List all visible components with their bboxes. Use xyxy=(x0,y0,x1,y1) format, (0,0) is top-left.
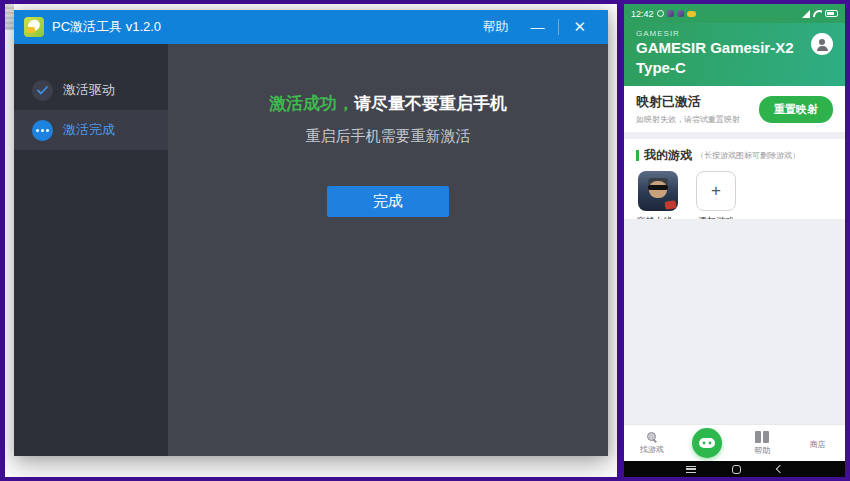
gamepad-status-icon xyxy=(687,11,696,17)
result-panel: 激活成功，请尽量不要重启手机 重启后手机需要重新激活 完成 xyxy=(168,44,608,456)
background-window-fragment xyxy=(5,4,14,30)
tab-find-games[interactable]: 找游戏 xyxy=(630,432,674,455)
section-divider xyxy=(624,132,845,139)
game-icon-crossfire[interactable] xyxy=(638,171,678,211)
device-header: GAMESIR GAMESIR Gamesir-X2 Type-C xyxy=(624,23,845,86)
phone-screen: 12:42 GAMESIR GAMESIR Gamesir-X2 Type-C xyxy=(624,4,845,477)
result-subline: 重启后手机需要重新激活 xyxy=(306,127,471,146)
result-headline-success: 激活成功， xyxy=(269,94,354,113)
window-title: PC激活工具 v1.2.0 xyxy=(52,18,161,36)
books-icon xyxy=(755,431,769,443)
tab-store[interactable]: 商店 xyxy=(795,437,839,450)
desktop-background: PC激活工具 v1.2.0 帮助 — ✕ 激活驱动 xyxy=(5,4,617,477)
mapping-status-card: 映射已激活 如映射失效，请尝试重置映射 重置映射 xyxy=(624,86,845,132)
steps-sidebar: 激活驱动 激活完成 xyxy=(14,44,168,456)
status-time: 12:42 xyxy=(631,9,654,19)
tab-help[interactable]: 帮助 xyxy=(740,431,784,456)
gamepad-icon xyxy=(692,428,722,458)
user-avatar-icon[interactable] xyxy=(811,33,833,55)
result-headline-warning: 请尽量不要重启手机 xyxy=(354,94,507,113)
android-back-icon[interactable] xyxy=(776,465,784,473)
device-name-line2: Type-C xyxy=(636,58,833,78)
app-logo-icon xyxy=(24,17,44,37)
tab-gamepad-home[interactable] xyxy=(685,428,729,458)
pc-activation-window: PC激活工具 v1.2.0 帮助 — ✕ 激活驱动 xyxy=(14,10,608,456)
my-games-section: 我的游戏 （长按游戏图标可删除游戏） 穿越火线... + 添加游戏 xyxy=(624,139,845,219)
device-name-line1: GAMESIR Gamesir-X2 xyxy=(636,38,833,58)
search-icon xyxy=(647,432,657,442)
add-game-plus-icon[interactable]: + xyxy=(696,171,736,211)
android-menu-icon[interactable] xyxy=(686,466,696,473)
done-button[interactable]: 完成 xyxy=(327,186,449,217)
android-home-icon[interactable] xyxy=(732,465,741,474)
sidebar-step-activation-complete[interactable]: 激活完成 xyxy=(14,110,168,150)
help-button[interactable]: 帮助 xyxy=(472,18,518,36)
sidebar-step-activate-driver[interactable]: 激活驱动 xyxy=(14,70,168,110)
step-label: 激活完成 xyxy=(63,121,115,139)
step-label: 激活驱动 xyxy=(63,81,115,99)
check-icon xyxy=(32,80,53,101)
android-navbar xyxy=(624,461,845,477)
empty-content-area xyxy=(624,219,845,424)
dots-progress-icon xyxy=(32,120,53,141)
my-games-hint: （长按游戏图标可删除游戏） xyxy=(696,150,800,161)
notification-icon xyxy=(667,10,674,17)
minimize-button[interactable]: — xyxy=(518,19,556,35)
window-titlebar[interactable]: PC激活工具 v1.2.0 帮助 — ✕ xyxy=(14,10,608,44)
bottom-tabbar: 找游戏 帮助 商店 xyxy=(624,424,845,461)
close-button[interactable]: ✕ xyxy=(561,18,598,36)
my-games-title: 我的游戏 xyxy=(644,147,692,164)
mapping-status-hint: 如映射失效，请尝试重置映射 xyxy=(636,114,740,125)
notification-icon xyxy=(677,10,684,17)
mapping-status-title: 映射已激活 xyxy=(636,93,740,111)
section-accent-bar xyxy=(636,150,639,161)
reset-mapping-button[interactable]: 重置映射 xyxy=(759,96,833,123)
alarm-icon xyxy=(657,10,664,17)
signal-icon xyxy=(802,10,810,18)
battery-icon xyxy=(825,10,838,17)
screenshot-root: PC激活工具 v1.2.0 帮助 — ✕ 激活驱动 xyxy=(0,0,850,481)
phone-statusbar: 12:42 xyxy=(624,4,845,23)
wifi-icon xyxy=(813,10,822,17)
brand-label: GAMESIR xyxy=(636,29,833,38)
result-headline: 激活成功，请尽量不要重启手机 xyxy=(269,92,507,115)
titlebar-divider xyxy=(558,19,559,35)
